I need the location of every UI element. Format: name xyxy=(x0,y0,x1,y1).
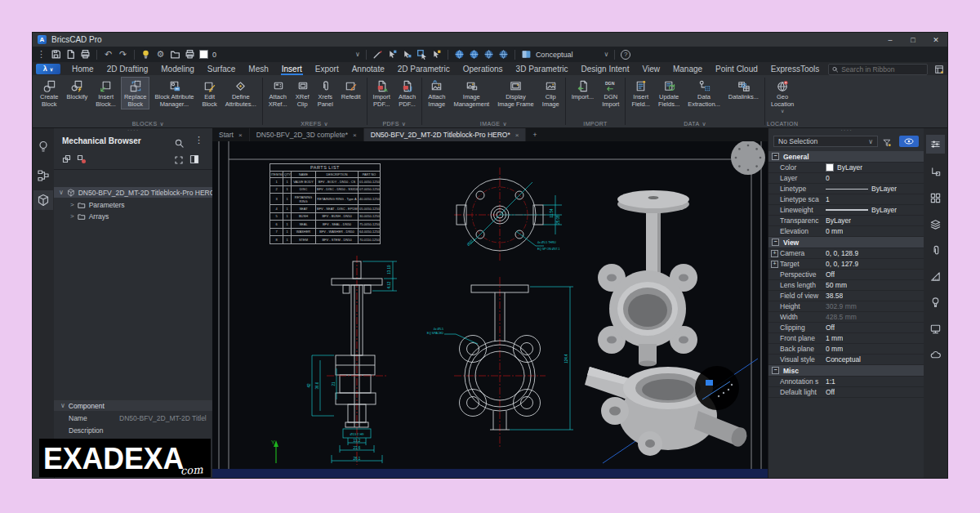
panel-drag-handle[interactable]: ···· xyxy=(127,128,140,133)
attach-xref-button[interactable]: Attach XRef... xyxy=(265,77,291,109)
prop-row-lineweight[interactable]: LineweightByLayer xyxy=(768,205,924,216)
tab-mesh[interactable]: Mesh xyxy=(242,62,274,75)
prop-row-target[interactable]: +Target0, 0, 127.9 xyxy=(768,259,924,270)
replace-block-button[interactable]: Replace Block xyxy=(121,77,150,109)
update-fields-button[interactable]: Update Fields... xyxy=(655,77,683,109)
view-globe-icon-1[interactable] xyxy=(454,49,465,60)
display-image-frame-button[interactable]: Display Image Frame xyxy=(494,77,537,109)
section-general[interactable]: −General xyxy=(768,151,924,163)
browser-blocks-filter-icon[interactable] xyxy=(77,153,87,167)
tab-insert[interactable]: Insert xyxy=(275,62,309,75)
tab-point-cloud[interactable]: Point Cloud xyxy=(709,62,764,75)
properties-panel-tab-icon[interactable] xyxy=(929,138,942,150)
structure-browser-icon[interactable] xyxy=(37,169,50,182)
select-entities-icon[interactable] xyxy=(387,49,398,60)
visual-style-dropdown[interactable]: Conceptual xyxy=(536,51,573,59)
section-misc[interactable]: −Misc xyxy=(768,365,924,377)
group-label-pdfs[interactable]: PDFS∨ xyxy=(369,119,421,128)
light-balloon-panel-icon[interactable] xyxy=(929,297,942,309)
prop-row-linetype-scale[interactable]: Linetype sca1 xyxy=(768,194,924,205)
doc-tab-complete[interactable]: DN50-BFV_2D_3D complete*× xyxy=(250,128,364,141)
mechanical-browser-tab-icon[interactable] xyxy=(37,194,50,207)
quick-select-icon[interactable] xyxy=(416,49,427,60)
block-attribute-manager-button[interactable]: Block Attribute Manager... xyxy=(151,77,197,109)
help-icon[interactable]: ? xyxy=(621,50,630,60)
data-extraction-button[interactable]: Data Extraction... xyxy=(684,77,724,109)
close-tab-icon[interactable]: × xyxy=(238,132,243,139)
panel-contrast-icon[interactable] xyxy=(189,153,199,167)
group-label-import[interactable]: IMPORT xyxy=(568,119,624,128)
tab-2d-drafting[interactable]: 2D Drafting xyxy=(100,62,155,75)
render-panel-icon[interactable] xyxy=(929,323,942,335)
geo-location-button[interactable]: Geo Location∨ xyxy=(768,77,797,115)
chevron-down-icon[interactable]: ∨ xyxy=(59,189,64,196)
browser-search-icon[interactable] xyxy=(175,136,184,151)
tree-item-arrays[interactable]: > Arrays xyxy=(70,211,109,221)
blockify-button[interactable]: Blockify xyxy=(64,77,91,103)
manipulator-widget[interactable] xyxy=(695,366,739,410)
group-label-location[interactable]: LOCATION xyxy=(767,119,798,128)
prop-row-perspective[interactable]: PerspectiveOff xyxy=(768,270,924,280)
attach-image-button[interactable]: Attach Image xyxy=(425,77,448,109)
browser-blocks-icon[interactable] xyxy=(62,153,72,167)
measure-panel-icon[interactable] xyxy=(929,270,942,283)
filter-icon[interactable] xyxy=(882,136,892,151)
prop-row-color[interactable]: ColorByLayer xyxy=(768,163,924,173)
tab-manage[interactable]: Manage xyxy=(666,62,709,75)
view-globe-icon-4[interactable] xyxy=(498,49,509,60)
redo-icon[interactable]: ↷ xyxy=(118,49,128,60)
import-pdf-button[interactable]: Import PDF... xyxy=(370,77,394,109)
component-section-header[interactable]: ∨ Component xyxy=(54,400,212,411)
edit-block-button[interactable]: Edit Block xyxy=(198,77,220,109)
chevron-right-icon[interactable]: > xyxy=(70,201,74,208)
cloud-panel-icon[interactable] xyxy=(929,349,942,361)
visual-style-chevron-icon[interactable]: ∨ xyxy=(604,51,608,58)
close-tab-icon[interactable]: × xyxy=(353,132,357,139)
doc-tab-start[interactable]: Start× xyxy=(212,128,250,141)
prop-row-transparency[interactable]: TransparencByLayer xyxy=(768,216,924,226)
undo-icon[interactable]: ↶ xyxy=(103,49,114,60)
xrefs-panel-button[interactable]: Xrefs Panel xyxy=(314,77,336,109)
prop-row-annotation-scale[interactable]: Annotation s1:1 xyxy=(768,377,924,387)
browser-menu-kebab-icon[interactable]: ⋮ xyxy=(194,135,203,145)
maximize-button[interactable]: □ xyxy=(902,33,924,47)
doc-tab-titleblock-hero[interactable]: DN50-BFV_2D_MT-2D Titleblock-Pro HERO*× xyxy=(364,128,527,141)
xref-clip-button[interactable]: XRef Clip xyxy=(292,77,313,109)
tree-item-parameters[interactable]: > Parameters xyxy=(70,199,125,210)
prop-row-layer[interactable]: Layer0 xyxy=(768,173,924,184)
layer-dropdown-chevron-icon[interactable]: ∨ xyxy=(355,51,360,58)
prop-row-front-plane[interactable]: Front plane1 mm xyxy=(768,333,924,344)
ribbon-search-box[interactable] xyxy=(828,64,928,75)
import-button[interactable]: Import... xyxy=(568,77,598,103)
components-panel-icon[interactable] xyxy=(929,192,942,204)
tips-lightbulb-icon[interactable] xyxy=(37,140,50,153)
folder-icon[interactable] xyxy=(170,49,180,60)
minimize-button[interactable]: – xyxy=(879,33,902,47)
prop-row-clipping[interactable]: ClippingOff xyxy=(768,323,924,333)
select-similar-icon[interactable] xyxy=(402,49,412,60)
tab-annotate[interactable]: Annotate xyxy=(345,62,391,75)
define-attributes-button[interactable]: Define Attributes... xyxy=(222,77,260,109)
tab-view[interactable]: View xyxy=(635,62,666,75)
tab-2d-parametric[interactable]: 2D Parametric xyxy=(391,62,457,75)
clip-image-button[interactable]: Clip Image xyxy=(539,77,563,109)
layout-panel-icon[interactable] xyxy=(929,166,942,178)
tab-modeling[interactable]: Modeling xyxy=(154,62,201,75)
tree-root-item[interactable]: ∨ DN50-BFV_2D_MT-2D Titleblock-Pro HERO xyxy=(54,187,212,198)
prop-row-back-plane[interactable]: Back plane0 mm xyxy=(768,344,924,355)
tab-surface[interactable]: Surface xyxy=(201,62,242,75)
prop-row-camera[interactable]: +Camera0, 0, 128.9 xyxy=(768,248,924,259)
structure-select-icon[interactable] xyxy=(431,49,442,60)
selection-dropdown[interactable]: No Selection ∨ xyxy=(773,136,878,147)
lightbulb-icon[interactable] xyxy=(140,49,151,60)
layers-panel-icon[interactable] xyxy=(929,218,942,230)
ribbon-search-input[interactable] xyxy=(841,65,924,74)
visibility-eye-button[interactable] xyxy=(899,136,919,147)
section-view[interactable]: −View xyxy=(768,237,924,248)
view-globe-icon-2[interactable] xyxy=(469,49,479,60)
datalinks-button[interactable]: Datalinks... xyxy=(725,77,762,103)
create-block-button[interactable]: Create Block xyxy=(37,77,62,109)
prop-row-elevation[interactable]: Elevation0 mm xyxy=(768,226,924,237)
refedit-button[interactable]: Refedit xyxy=(338,77,364,103)
app-menu-button[interactable]: λ∨ xyxy=(36,64,60,74)
